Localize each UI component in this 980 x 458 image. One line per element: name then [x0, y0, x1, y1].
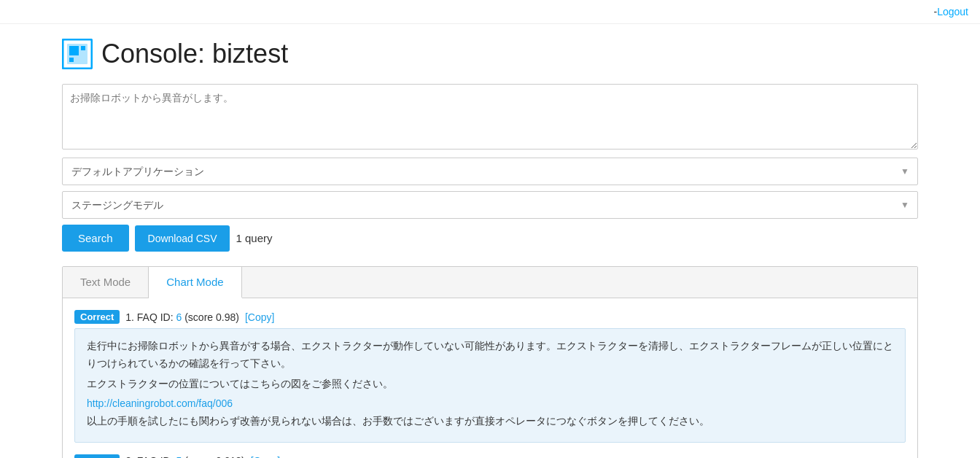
result-meta-2: 2. FAQ ID: 5 (score 0.013) — [125, 455, 244, 458]
faq-label-1: FAQ ID: — [137, 311, 174, 323]
result-body-line-4: 以上の手順を試したにも関わらず改善が見られない場合は、お手数ではございますが直接… — [87, 413, 893, 430]
result-item-1: Correct 1. FAQ ID: 6 (score 0.98) [Copy]… — [74, 310, 906, 443]
application-select-wrapper: デフォルトアプリケーション ▼ — [62, 158, 918, 185]
result-index-2: 2. — [125, 455, 134, 458]
tabs-container: Text Mode Chart Mode Correct 1. FAQ ID: … — [62, 266, 918, 458]
tab-text-mode[interactable]: Text Mode — [63, 267, 149, 298]
query-textarea[interactable] — [62, 84, 918, 150]
score-1: (score 0.98) — [184, 311, 239, 323]
application-select[interactable]: デフォルトアプリケーション — [62, 158, 918, 185]
result-index-1: 1. — [125, 311, 134, 323]
logo-icon — [62, 39, 93, 69]
faq-label-2: FAQ ID: — [137, 455, 174, 458]
logout-link[interactable]: Logout — [937, 6, 968, 18]
faq-id-2[interactable]: 5 — [176, 455, 182, 458]
copy-link-2[interactable]: [Copy] — [251, 455, 280, 458]
faq-id-1[interactable]: 6 — [176, 311, 182, 323]
model-select-wrapper: ステージングモデル ▼ — [62, 191, 918, 219]
download-csv-button[interactable]: Download CSV — [135, 225, 230, 252]
tab-chart-mode[interactable]: Chart Mode — [149, 267, 241, 298]
result-body-line-1: 走行中にお掃除ロボットから異音がする場合、エクストラクターが動作していない可能性… — [87, 338, 893, 373]
result-item-2: Correct 2. FAQ ID: 5 (score 0.013) [Copy… — [74, 454, 906, 458]
result-meta-1: 1. FAQ ID: 6 (score 0.98) — [125, 311, 239, 323]
logo-title: Console: biztest — [62, 39, 918, 69]
result-body-link-1[interactable]: http://cleaningrobot.com/faq/006 — [87, 397, 233, 409]
svg-rect-2 — [69, 46, 79, 55]
result-body-line-2: エクストラクターの位置についてはこちらの図をご参照ください。 — [87, 376, 893, 393]
badge-correct-2: Correct — [74, 454, 120, 458]
header: - Logout — [0, 0, 980, 24]
tab-content: Correct 1. FAQ ID: 6 (score 0.98) [Copy]… — [63, 298, 917, 458]
badge-correct-1: Correct — [74, 310, 120, 324]
svg-rect-4 — [81, 46, 85, 50]
search-button[interactable]: Search — [62, 225, 129, 252]
copy-link-1[interactable]: [Copy] — [245, 311, 274, 323]
result-header-1: Correct 1. FAQ ID: 6 (score 0.98) [Copy] — [74, 310, 906, 324]
action-row: Search Download CSV 1 query — [62, 225, 918, 252]
main-container: Console: biztest デフォルトアプリケーション ▼ ステージングモ… — [0, 24, 980, 458]
model-select[interactable]: ステージングモデル — [62, 191, 918, 219]
svg-rect-3 — [69, 58, 74, 62]
score-2: (score 0.013) — [184, 455, 244, 458]
query-count: 1 query — [236, 232, 272, 244]
result-body-1: 走行中にお掃除ロボットから異音がする場合、エクストラクターが動作していない可能性… — [74, 328, 906, 443]
page-title: Console: biztest — [101, 39, 288, 69]
tabs-header: Text Mode Chart Mode — [63, 267, 917, 298]
